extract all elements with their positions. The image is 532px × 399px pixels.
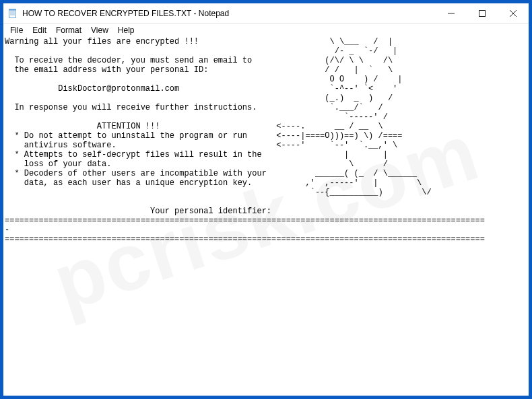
svg-line-9 [510, 10, 517, 17]
menu-edit[interactable]: Edit [28, 25, 51, 36]
menu-format[interactable]: Format [52, 25, 86, 36]
titlebar-left: HOW TO RECOVER ENCRYPTED FILES.TXT - Not… [3, 3, 436, 23]
svg-line-8 [510, 10, 517, 17]
menu-view[interactable]: View [87, 25, 112, 36]
menu-help[interactable]: Help [114, 25, 139, 36]
menu-file[interactable]: File [6, 25, 27, 36]
minimize-button[interactable] [436, 3, 467, 23]
text-area[interactable]: Warning all your files are encrypted !!!… [3, 37, 529, 396]
notepad-window: HOW TO RECOVER ENCRYPTED FILES.TXT - Not… [3, 3, 529, 396]
window-title: HOW TO RECOVER ENCRYPTED FILES.TXT - Not… [22, 9, 229, 18]
close-button[interactable] [498, 3, 529, 23]
window-controls [436, 3, 529, 23]
maximize-button[interactable] [467, 3, 498, 23]
svg-rect-7 [479, 10, 486, 16]
titlebar: HOW TO RECOVER ENCRYPTED FILES.TXT - Not… [3, 3, 529, 24]
content-area: pcrisk.com Warning all your files are en… [3, 37, 529, 396]
notepad-icon [7, 8, 18, 19]
menubar: File Edit Format View Help [3, 24, 529, 37]
svg-rect-5 [9, 9, 16, 10]
